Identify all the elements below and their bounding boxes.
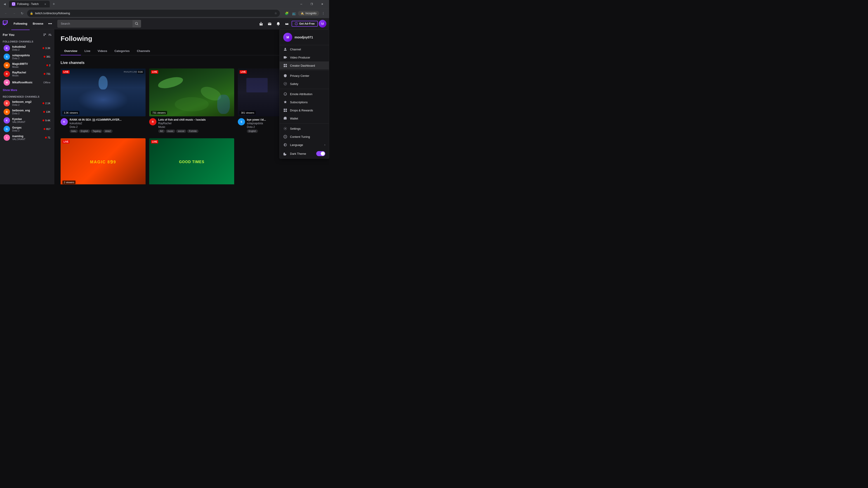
dropdown-item-drops-rewards[interactable]: Drops & Rewards — [280, 106, 329, 114]
dropdown-item-safety[interactable]: Safety — [280, 80, 329, 88]
dropdown-item-emote-attribution[interactable]: Emote Attribution — [280, 90, 329, 98]
tab-categories[interactable]: Categories — [111, 47, 133, 55]
browser-nav-bar: ← → ↻ 🔒 twitch.tv/directory/following ☆ … — [0, 8, 329, 18]
nav-browse[interactable]: Browse — [31, 21, 46, 27]
stream-preview-fish — [149, 68, 234, 116]
tag[interactable]: soccer — [176, 129, 186, 133]
recommended-channels-title: RECOMMENDED CHANNELS — [0, 94, 54, 99]
tag[interactable]: English — [79, 129, 90, 133]
refresh-button[interactable]: ↻ — [19, 10, 25, 17]
dropdown-item-wallet[interactable]: Wallet — [280, 114, 329, 123]
back-button[interactable]: ← — [3, 10, 9, 17]
sidebar-item-rayrachel[interactable]: R RayRachel Music 731 — [1, 70, 53, 78]
notifications-button[interactable] — [274, 20, 282, 28]
stream-tags-kukudota2: kuku English Tagalog dota2 — [70, 129, 146, 133]
search-input[interactable] — [57, 20, 141, 28]
svg-rect-10 — [284, 56, 286, 59]
stream-card-rayrachel[interactable]: LIVE 731 viewers R Lots of fish and chil… — [149, 68, 234, 133]
tab-videos[interactable]: Videos — [94, 47, 111, 55]
nav-more-button[interactable]: ••• — [46, 20, 54, 27]
sidebar-item-solapsapdota[interactable]: S solapsapdota Dota 2 381 — [1, 53, 53, 61]
dropdown-item-language[interactable]: Language › — [280, 141, 329, 149]
dark-theme-toggle[interactable] — [316, 151, 325, 156]
dropdown-item-dark-theme[interactable]: Dark Theme — [280, 149, 329, 158]
sidebar-item-betboom-eng[interactable]: B betboom_eng Dota 2 13K — [1, 107, 53, 116]
channel-avatar-kyedae: K — [4, 117, 10, 124]
window-maximize-button[interactable]: ❐ — [307, 2, 317, 6]
more-options-button[interactable]: ⋮ — [320, 10, 327, 17]
live-badge: LIVE — [151, 70, 158, 74]
sidebar-item-magic899tv[interactable]: M Magic899TV Music 2 — [1, 61, 53, 70]
channel-viewers-kyedae: 9.4K — [42, 119, 51, 122]
creator-dashboard-icon — [283, 64, 287, 67]
window-minimize-button[interactable]: ─ — [296, 2, 307, 6]
dropdown-item-content-tuning[interactable]: Content Tuning — [280, 133, 329, 141]
sidebar-item-betboom-eng2[interactable]: B betboom_eng2 Dota 2 2.1K — [1, 99, 53, 107]
extensions-button[interactable]: 🧩 — [283, 10, 290, 17]
stream-channel-rayrachel: RayRachel — [158, 122, 234, 125]
stream-card-magic899tv[interactable]: MAGIC 899 LIVE 2 viewers M MAGIC 899 Mag… — [61, 138, 146, 185]
channel-info-gorgec: Gorgec Dota 2 — [12, 126, 41, 132]
gifts-button[interactable] — [257, 20, 265, 28]
nav-following[interactable]: Following — [11, 21, 30, 27]
channel-viewers-betboom-eng: 13K — [43, 110, 51, 113]
window-close-button[interactable]: ✕ — [317, 2, 327, 6]
stream-title-kukudota2: RANK 44 IN SEA :))) #11kMMRPLAYER... — [70, 118, 146, 121]
tag[interactable]: kuku — [70, 129, 78, 133]
channel-avatar-betboom-eng: B — [4, 109, 10, 115]
tag[interactable]: Fortnite — [187, 129, 198, 133]
stream-game-kukudota2: Dota 2 — [70, 125, 146, 129]
active-tab[interactable]: Following - Twitch ✕ — [9, 1, 50, 7]
tab-close-button[interactable]: ✕ — [43, 2, 47, 6]
dark-theme-icon — [283, 152, 287, 156]
screen-cast-button[interactable]: 📺 — [291, 10, 297, 17]
dropdown-item-privacy-center[interactable]: Privacy Center — [280, 72, 329, 80]
search-submit-button[interactable] — [132, 20, 141, 28]
sidebar-sort-button[interactable] — [48, 33, 51, 36]
channel-avatar-rayrachel: R — [4, 71, 10, 77]
new-tab-button[interactable]: + — [51, 1, 57, 7]
sidebar-item-gorgec[interactable]: G Gorgec Dota 2 817 — [1, 125, 53, 133]
tag[interactable]: English — [247, 129, 258, 133]
crown-button[interactable] — [283, 20, 291, 28]
user-avatar-button[interactable]: M — [319, 20, 327, 28]
stream-channel-kukudota2: kukudota2 — [70, 122, 146, 125]
tag[interactable]: music — [166, 129, 175, 133]
dropdown-item-channel[interactable]: Channel — [280, 45, 329, 53]
dropdown-divider-1 — [280, 70, 329, 71]
tag[interactable]: Tagalog — [91, 129, 102, 133]
mail-button[interactable] — [266, 20, 274, 28]
stream-card-kukudota2[interactable]: RIVALRY.LINK/KUKU LIVE 0:16 3.3K viewers… — [61, 68, 146, 133]
twitch-logo[interactable] — [3, 20, 8, 27]
get-ad-free-button[interactable]: T Get Ad-Free — [291, 21, 318, 27]
tag[interactable]: dota2 — [103, 129, 113, 133]
stream-preview-dota: RIVALRY.LINK/KUKU — [61, 68, 146, 116]
tab-live[interactable]: Live — [81, 47, 94, 55]
sidebar-item-mikarosemusic[interactable]: M MikaRoseMusic Offline — [1, 78, 53, 87]
sidebar-item-kukudota2[interactable]: K kukudota2 Dota 2 3.3K — [1, 44, 53, 53]
tab-overview[interactable]: Overview — [61, 47, 81, 55]
followed-channels-title: FOLLOWED CHANNELS — [0, 38, 54, 44]
channel-avatar-magic899tv: M — [4, 62, 10, 68]
wallet-icon — [283, 117, 287, 120]
address-bar[interactable]: 🔒 twitch.tv/directory/following ☆ — [27, 10, 280, 17]
tag[interactable]: Art — [158, 129, 165, 133]
sidebar-item-inamiing[interactable]: I inamiing VALORANT 71 — [1, 133, 53, 142]
stream-card-betboom[interactable]: GOOD TIMES LIVE — [149, 138, 234, 185]
dropdown-item-subscriptions[interactable]: Subscriptions — [280, 98, 329, 106]
sidebar-item-kyedae[interactable]: K Kyedae VALORANT 9.4K — [1, 116, 53, 125]
channel-info-magic899tv: Magic899TV Music — [12, 62, 44, 68]
dropdown-avatar: M — [283, 33, 292, 42]
show-more-button[interactable]: Show More — [0, 87, 54, 94]
forward-button[interactable]: → — [11, 10, 17, 17]
tab-list-left-arrow[interactable]: ◀ — [2, 1, 7, 7]
tab-channels[interactable]: Channels — [133, 47, 154, 55]
live-badge: LIVE — [240, 70, 247, 74]
svg-rect-14 — [285, 66, 287, 67]
dropdown-item-settings[interactable]: Settings — [280, 125, 329, 133]
viewer-count-solapsapdota: 381 viewers — [240, 111, 256, 115]
dropdown-item-creator-dashboard[interactable]: Creator Dashboard — [280, 61, 329, 70]
dropdown-item-video-producer[interactable]: Video Producer — [280, 53, 329, 61]
sidebar-collapse-button[interactable] — [43, 33, 46, 36]
svg-rect-16 — [284, 109, 285, 110]
